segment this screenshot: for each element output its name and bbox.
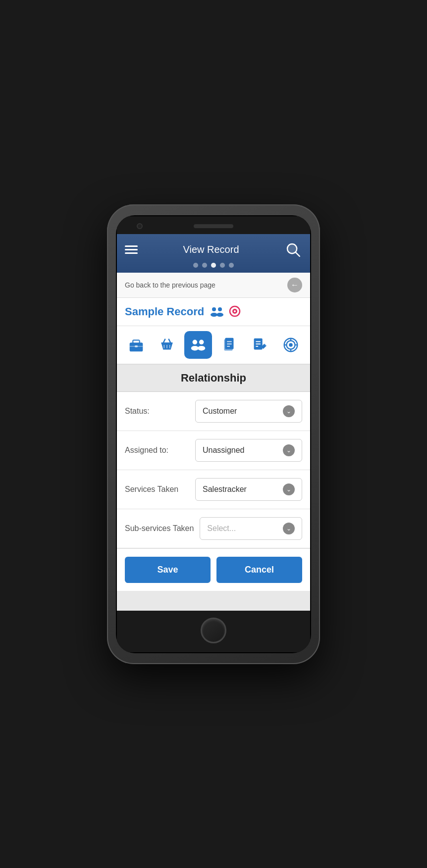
home-button[interactable] [201,618,226,643]
status-label: Status: [125,407,189,416]
status-select[interactable]: Customer ⌄ [195,400,302,423]
tab-target[interactable] [277,331,305,359]
dot-4 [220,263,225,268]
status-row: Status: Customer ⌄ [117,392,310,431]
action-buttons-row: Save Cancel [117,548,310,591]
svg-point-35 [289,343,293,347]
edit-doc-icon [250,336,269,354]
services-taken-select[interactable]: Salestracker ⌄ [195,478,302,501]
status-value: Customer [203,407,237,416]
assigned-to-value: Unassigned [203,446,245,455]
form-content: Status: Customer ⌄ Assigned to: Unassign… [117,392,310,591]
page-indicator [117,263,310,273]
tab-group[interactable] [184,331,212,359]
assigned-to-chevron-icon: ⌄ [283,444,295,456]
tab-briefcase[interactable] [122,331,150,359]
record-title: Sample Record [125,305,204,318]
back-arrow-icon[interactable]: ← [287,278,302,292]
group-icon [189,336,208,354]
record-title-bar: Sample Record [117,298,310,326]
svg-point-5 [211,313,217,317]
footer-gray-area [117,591,310,611]
target-icon [281,336,300,354]
dot-1 [193,263,198,268]
back-text: Go back to the previous page [125,281,215,289]
svg-point-22 [198,345,205,350]
svg-point-3 [212,307,216,311]
target-pin-icon [228,305,242,319]
svg-point-4 [218,307,222,311]
sub-services-taken-chevron-icon: ⌄ [283,523,295,534]
tab-icons-row [117,326,310,365]
search-button[interactable] [284,241,302,259]
svg-point-20 [199,339,204,344]
services-taken-label: Services Taken [125,485,189,494]
status-chevron-icon: ⌄ [283,405,295,417]
tab-documents[interactable] [215,331,243,359]
section-relationship-header: Relationship [117,365,310,392]
tab-edit-doc[interactable] [246,331,273,359]
svg-point-2 [288,244,297,253]
services-taken-value: Salestracker [203,485,247,494]
services-taken-row: Services Taken Salestracker ⌄ [117,470,310,509]
svg-point-21 [191,345,199,350]
search-icon [285,242,301,258]
header-top-bar: View Record [117,234,310,263]
svg-point-6 [216,313,223,317]
sub-services-taken-label: Sub-services Taken [125,524,194,533]
services-taken-chevron-icon: ⌄ [283,483,295,495]
people-icon [210,305,224,319]
svg-point-9 [234,310,236,312]
phone-speaker [194,224,233,228]
menu-button[interactable] [125,245,138,254]
sub-services-taken-placeholder: Select... [207,524,236,533]
dot-5 [229,263,234,268]
phone-home-area [117,611,310,652]
svg-line-1 [296,252,300,256]
briefcase-icon [127,336,146,354]
svg-point-19 [192,339,197,344]
assigned-to-select[interactable]: Unassigned ⌄ [195,439,302,462]
page-title: View Record [183,244,239,255]
tab-basket[interactable] [153,331,181,359]
save-button[interactable]: Save [125,557,211,583]
phone-screen-border: View Record [116,215,311,653]
sub-services-taken-select[interactable]: Select... ⌄ [200,517,302,540]
sub-services-taken-row: Sub-services Taken Select... ⌄ [117,509,310,548]
svg-rect-12 [133,340,140,342]
phone-top-bar [117,216,310,234]
cancel-button[interactable]: Cancel [216,557,302,583]
phone-camera [137,223,143,229]
svg-rect-14 [135,345,138,347]
phone-screen: View Record [117,234,310,611]
assigned-to-row: Assigned to: Unassigned ⌄ [117,431,310,470]
phone-device: View Record [107,204,320,664]
dot-2 [202,263,207,268]
back-bar[interactable]: Go back to the previous page ← [117,273,310,298]
documents-icon [219,336,238,354]
assigned-to-label: Assigned to: [125,446,189,455]
app-header: View Record [117,234,310,273]
dot-3 [211,263,216,268]
record-action-icons [210,305,242,319]
basket-icon [158,336,176,354]
